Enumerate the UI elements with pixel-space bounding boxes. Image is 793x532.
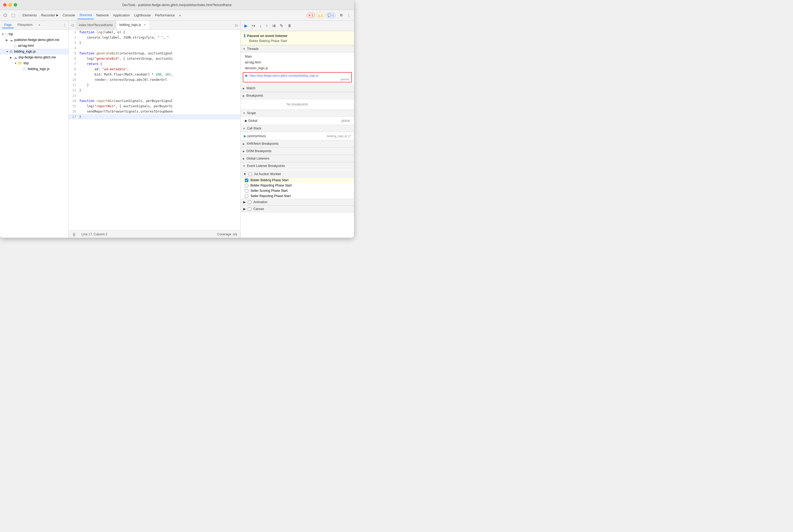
code-editor[interactable]: 1 function log(label, o) { 2 console.log… (69, 30, 240, 230)
active-thread-url: https://dsp-fledge-demo.glitch.me/dsp/bi… (249, 74, 319, 77)
ad-auction-label: Ad Auction Worklet (254, 172, 281, 176)
minimize-button[interactable] (8, 3, 12, 6)
xhr-breakpoints-header[interactable]: ▶ XHR/fetch Breakpoints (241, 140, 354, 147)
animation-section-header[interactable]: ▶ Animation (241, 198, 354, 206)
format-button[interactable]: {} (72, 232, 76, 236)
animation-arrow-icon: ▶ (243, 200, 246, 204)
event-checkbox-item-1[interactable]: Bidder Reporting Phase Start (241, 183, 354, 188)
recorder-label: Recorder (41, 13, 55, 17)
tree-item-publisher-domain[interactable]: ▶ ☁ publisher-fledge-demo.glitch.me (0, 37, 69, 43)
coverage-status: Coverage: n/a (218, 232, 237, 236)
call-stack-location: bidding_logic.js:17 (327, 134, 351, 138)
info-dot-icon: ℹ (244, 33, 245, 38)
step-into-button[interactable]: ↓ (258, 22, 263, 29)
info-icon: 💬 (327, 14, 332, 17)
step-out-button[interactable]: ↑ (264, 22, 269, 29)
code-line-5: 5 function generateBid(interestGroup, au… (69, 51, 240, 56)
dom-label: DOM Breakpoints (246, 149, 271, 153)
console-tab[interactable]: Console (61, 11, 77, 19)
network-tab[interactable]: Network (94, 11, 111, 19)
thread-ad-tag[interactable]: ad-tag.html (241, 59, 354, 65)
tree-item-top[interactable]: ▼ □ top (0, 31, 69, 37)
sidebar-menu-icon[interactable]: ⋮ (62, 23, 66, 27)
bidder-bidding-checkbox[interactable] (245, 178, 248, 182)
tree-item-ad-tag[interactable]: ▶ ◻ ad-tag.html (0, 43, 69, 49)
global-listeners-header[interactable]: ▶ Global Listeners (241, 155, 354, 162)
canvas-label: Canvas (253, 207, 264, 211)
application-tab[interactable]: Application (111, 11, 132, 19)
thread-decision-logic[interactable]: decision_logic.js (241, 65, 354, 71)
resume-button[interactable]: ▶ (243, 22, 249, 29)
scope-content: ▶ Global global (241, 117, 354, 125)
ad-auction-checkbox[interactable] (249, 172, 252, 176)
step-over-button[interactable]: ↪ (250, 22, 257, 29)
call-stack-section-header[interactable]: ▼ Call Stack (241, 125, 354, 132)
ad-auction-worklet-header[interactable]: ▼ Ad Auction Worklet (241, 171, 354, 177)
more-tabs-button[interactable]: » (177, 11, 183, 19)
scope-global-item[interactable]: ▶ Global global (241, 118, 354, 124)
title-bar: DevTools - publisher-fledge-demo.glitch.… (0, 0, 354, 10)
tree-item-bidding-logic[interactable]: ▼ ⚙ bidding_logic.js (0, 49, 69, 54)
scope-section-header[interactable]: ▼ Scope (241, 109, 354, 117)
scope-arrow-icon: ▼ (243, 112, 245, 115)
arrow-icon: ▼ (14, 62, 17, 65)
event-checkbox-item-3[interactable]: Seller Reporting Phase Start (241, 193, 354, 198)
lighthouse-tab[interactable]: Lighthouse (132, 11, 153, 19)
close-tab-icon[interactable]: ✕ (143, 23, 147, 27)
tree-item-dsp-domain[interactable]: ▶ ☁ dsp-fledge-demo.glitch.me (0, 54, 69, 60)
tree-label: ad-tag.html (18, 44, 34, 48)
more-tabs-button[interactable]: ▷ (233, 21, 240, 30)
warning-badge[interactable]: △ 1 (316, 13, 325, 18)
tree-item-dsp-folder[interactable]: ▼ 📁 dsp (0, 60, 69, 66)
performance-tab[interactable]: Performance (153, 11, 176, 19)
maximize-button[interactable] (14, 3, 17, 6)
info-badge[interactable]: 💬 1 (326, 13, 336, 18)
step-button[interactable]: ⇉ (270, 22, 277, 29)
ad-auction-arrow-icon: ▼ (243, 172, 246, 176)
tab-page[interactable]: Page (2, 22, 14, 28)
threads-section-header[interactable]: ▼ Threads (241, 45, 354, 53)
deactivate-breakpoints-button[interactable]: ✎ (278, 22, 285, 29)
tab-filesystem[interactable]: Filesystem (15, 22, 35, 28)
seller-reporting-checkbox[interactable] (245, 194, 248, 198)
tab-bidding-logic[interactable]: bidding_logic.js ✕ (116, 21, 150, 30)
event-listener-header[interactable]: ▼ Event Listener Breakpoints (241, 162, 354, 170)
console-label: Console (62, 13, 75, 17)
xhr-arrow-icon: ▶ (243, 142, 245, 145)
watch-arrow-icon: ▶ (243, 87, 245, 90)
close-button[interactable] (3, 3, 6, 6)
breakpoints-section-header[interactable]: ▶ Breakpoints (241, 92, 354, 99)
animation-checkbox[interactable] (248, 201, 251, 204)
call-stack-item[interactable]: ▶ (anonymous) bidding_logic.js:17 (241, 133, 354, 139)
sources-tab[interactable]: Sources (77, 11, 94, 19)
cursor-tool-button[interactable]: ⬡ (2, 11, 9, 19)
nav-back-button[interactable]: ◁ (69, 21, 76, 30)
pause-on-exceptions-button[interactable]: ⏸ (286, 22, 293, 29)
thread-main[interactable]: Main (241, 54, 354, 59)
more-options-button[interactable]: ⋮ (345, 11, 352, 19)
canvas-checkbox[interactable] (248, 207, 251, 211)
recorder-tab[interactable]: Recorder ▶ (39, 11, 60, 19)
tree-label: bidding_logic.js (28, 67, 50, 71)
event-checkbox-item-0[interactable]: Bidder Bidding Phase Start (241, 177, 354, 183)
canvas-section-header[interactable]: ▶ Canvas (241, 206, 354, 212)
bidder-reporting-checkbox[interactable] (245, 184, 248, 187)
inspect-tool-button[interactable]: ⬚ (10, 11, 17, 19)
settings-icon: ⚙ (340, 13, 343, 17)
watch-section-header[interactable]: ▶ Watch (241, 84, 354, 92)
sidebar: Page Filesystem » ⋮ ▼ □ top ▶ ☁ publishe… (0, 21, 69, 238)
seller-scoring-checkbox[interactable] (245, 189, 248, 193)
dom-breakpoints-header[interactable]: ▶ DOM Breakpoints (241, 147, 354, 155)
elements-tab[interactable]: Elements (21, 11, 39, 19)
event-checkbox-item-2[interactable]: Seller Scoring Phase Start (241, 188, 354, 193)
debugger-panel: ▶ ↪ ↓ ↑ ⇉ ✎ ⏸ ℹ Paused on event listener… (240, 21, 354, 238)
tab-more[interactable]: » (36, 22, 42, 28)
code-line-10: 10 render: interestGroup.ads[0].renderUr… (69, 77, 240, 82)
tab-index-html[interactable]: index.html?fencedframe (76, 21, 116, 30)
error-count: 1 (312, 14, 313, 17)
settings-button[interactable]: ⚙ (338, 11, 345, 19)
event-listener-label: Event Listener Breakpoints (247, 164, 285, 168)
error-badge[interactable]: ✕ 1 (306, 13, 315, 18)
tree-item-bidding-logic-file[interactable]: ▶ 📄 bidding_logic.js (0, 66, 69, 72)
active-thread-item[interactable]: ▶ https://dsp-fledge-demo.glitch.me/dsp/… (243, 72, 352, 82)
